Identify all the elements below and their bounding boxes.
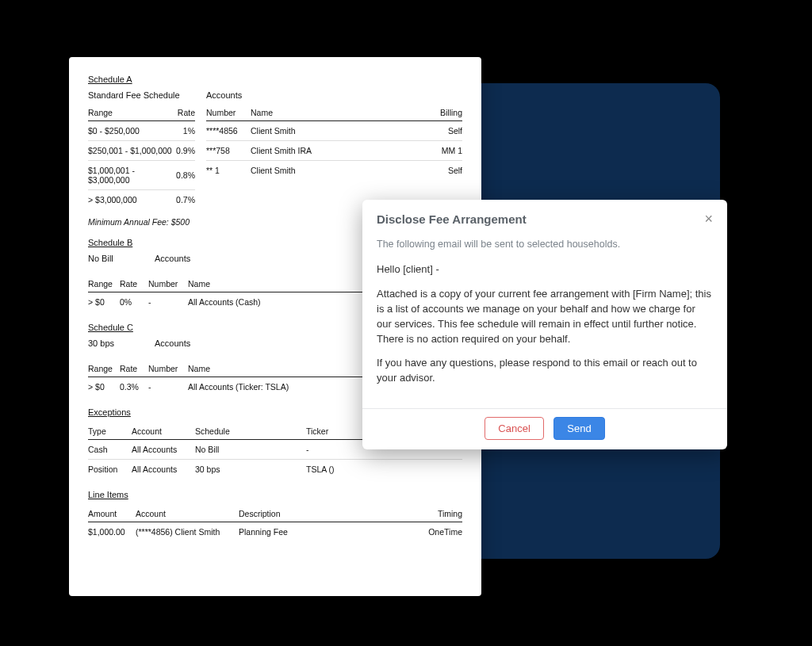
table-row: > $3,000,0000.7%	[88, 190, 195, 210]
close-icon[interactable]: ×	[704, 211, 713, 227]
send-button[interactable]: Send	[553, 417, 604, 440]
schedule-b-left-header: No Bill	[88, 254, 144, 263]
schedule-a-right-header: Accounts	[206, 90, 462, 100]
name-header: Name	[251, 105, 406, 121]
table-row: Position All Accounts 30 bps TSLA ()	[88, 460, 462, 480]
table-row: $0 - $250,0001%	[88, 121, 195, 141]
email-body-paragraph: Attached is a copy of your current fee a…	[377, 287, 713, 346]
modal-title: Disclose Fee Arrangement	[377, 212, 527, 226]
schedule-a-left-header: Standard Fee Schedule	[88, 90, 195, 100]
table-row: $1,000.00 (****4856) Client Smith Planni…	[88, 522, 462, 542]
line-items-title: Line Items	[88, 490, 462, 499]
modal-description: The following email will be sent to sele…	[377, 237, 713, 251]
schedule-c-left-header: 30 bps	[88, 338, 144, 348]
table-row: ***758Client Smith IRAMM 1	[206, 141, 462, 161]
schedule-c-right-header: Accounts	[155, 338, 190, 348]
schedule-a-title: Schedule A	[88, 75, 462, 84]
table-row: $250,001 - $1,000,0000.9%	[88, 141, 195, 161]
cancel-button[interactable]: Cancel	[485, 417, 543, 440]
table-row: $1,000,001 - $3,000,0000.8%	[88, 161, 195, 190]
table-row: ****4856Client SmithSelf	[206, 121, 462, 141]
rate-header: Rate	[176, 105, 195, 121]
table-row: ** 1Client SmithSelf	[206, 161, 462, 181]
number-header: Number	[206, 105, 251, 121]
line-items-table: Amount Account Description Timing $1,000…	[88, 506, 462, 541]
billing-header: Billing	[406, 105, 462, 121]
range-header: Range	[88, 105, 176, 121]
schedule-a-accounts-table: Number Name Billing ****4856Client Smith…	[206, 105, 462, 180]
schedule-a-tiers-table: Range Rate $0 - $250,0001% $250,001 - $1…	[88, 105, 195, 209]
email-greeting: Hello [client] -	[377, 262, 713, 277]
disclose-fee-modal: Disclose Fee Arrangement × The following…	[362, 200, 727, 449]
schedule-b-right-header: Accounts	[155, 254, 190, 263]
email-body-paragraph: If you have any questions, please respon…	[377, 356, 713, 386]
